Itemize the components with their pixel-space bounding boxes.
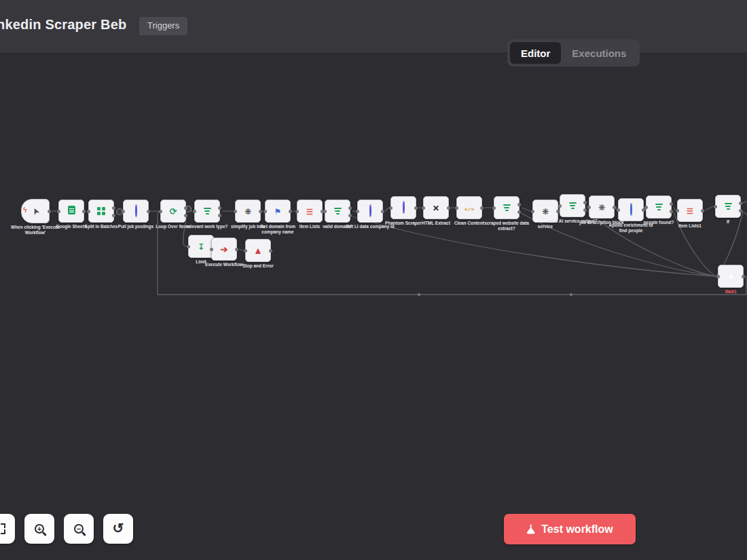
node-wait[interactable] <box>718 265 744 288</box>
item-lists-icon: ☰ <box>306 205 313 217</box>
node-html[interactable]: ✕ <box>423 196 449 219</box>
node-scraped[interactable] <box>494 196 520 219</box>
manual-trigger-icon: ➤ <box>32 205 39 217</box>
triggers-badge[interactable]: Triggers <box>139 17 187 35</box>
node-simplify[interactable]: ❋ <box>235 200 261 223</box>
node-people[interactable] <box>646 195 672 219</box>
workflow-canvas[interactable]: ➤ϟWhen clicking 'Execute Workflow'Google… <box>0 0 747 560</box>
filter-icon <box>725 203 732 210</box>
node-apollo[interactable] <box>618 198 644 221</box>
node-phantom[interactable] <box>390 196 416 219</box>
workflow-title: nkedin Scraper Beb <box>0 17 126 33</box>
node-validdomain[interactable] <box>325 200 350 223</box>
fit-view-icon <box>0 523 5 534</box>
http-request-icon <box>630 204 632 216</box>
openai-icon: ❋ <box>598 201 605 213</box>
tab-editor[interactable]: Editor <box>510 42 561 64</box>
canvas-controls: ↺ <box>0 514 133 544</box>
reset-zoom-icon: ↺ <box>113 520 124 536</box>
node-service[interactable]: ❋ <box>532 200 558 223</box>
zoom-out-icon <box>74 524 84 534</box>
zoom-out-button[interactable] <box>64 514 94 544</box>
filter-icon <box>503 204 511 211</box>
fit-view-button[interactable] <box>0 514 15 544</box>
node-stop[interactable]: ▲ <box>245 239 271 262</box>
zoom-in-button[interactable] <box>24 514 54 544</box>
node-jobdesc[interactable]: ❋ <box>589 195 615 219</box>
trigger-bolt-icon: ϟ <box>23 207 26 214</box>
filter-icon <box>655 204 663 210</box>
split-in-batches-icon <box>97 207 105 215</box>
execute-workflow-icon: ➔ <box>221 243 228 255</box>
node-loop[interactable]: ⟳ <box>160 200 186 223</box>
filter-icon <box>569 202 577 209</box>
workflow-edges <box>0 0 747 560</box>
http-request-icon <box>403 202 404 214</box>
node-limit[interactable]: ↧ <box>188 235 214 258</box>
flag-icon: ⚑ <box>274 205 282 217</box>
tab-executions[interactable]: Executions <box>561 42 637 64</box>
openai-icon: ❋ <box>244 205 251 217</box>
limit-icon: ↧ <box>198 240 204 253</box>
node-lidata[interactable] <box>357 200 383 223</box>
loop-over-items-icon: ⟳ <box>170 205 177 217</box>
google-sheets-icon <box>68 205 75 217</box>
node-domain[interactable]: ⚑ <box>265 200 291 223</box>
editor-executions-toggle: Editor Executions <box>507 39 640 67</box>
stop-and-error-icon: ▲ <box>253 244 263 257</box>
item-lists-icon: ☰ <box>687 204 693 217</box>
reset-zoom-button[interactable]: ↺ <box>103 514 133 544</box>
node-validai[interactable] <box>560 194 585 217</box>
node-worktype[interactable] <box>194 200 220 223</box>
zoom-in-icon <box>35 524 44 534</box>
node-if[interactable] <box>715 195 741 218</box>
node-sheets[interactable] <box>58 200 84 223</box>
node-trigger[interactable]: ➤ϟ <box>21 199 50 223</box>
code-icon: </> <box>464 202 474 214</box>
node-clean[interactable]: </> <box>456 196 482 219</box>
node-pull[interactable] <box>123 200 149 223</box>
node-split[interactable] <box>88 200 114 223</box>
node-exec[interactable]: ➔ <box>211 238 237 261</box>
html-extract-icon: ✕ <box>433 202 439 214</box>
node-lists1[interactable]: ☰ <box>297 200 323 223</box>
openai-icon: ❋ <box>542 205 549 217</box>
http-request-icon <box>369 205 371 217</box>
http-request-icon <box>135 205 136 217</box>
filter-icon <box>334 208 342 214</box>
node-lists2[interactable]: ☰ <box>677 199 703 222</box>
filter-icon <box>204 208 211 214</box>
